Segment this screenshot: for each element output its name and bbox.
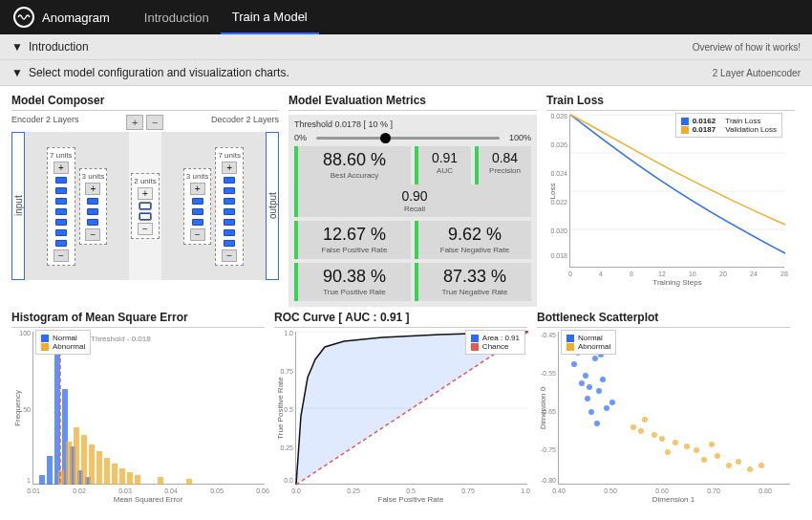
layer-add-unit-button[interactable]: + [85, 183, 100, 195]
slider-knob-icon[interactable] [380, 133, 391, 143]
svg-rect-25 [54, 341, 60, 485]
svg-text:Training Steps: Training Steps [652, 278, 701, 287]
slider-max: 100% [509, 133, 531, 142]
encoder-add-layer-button[interactable]: + [126, 115, 143, 130]
svg-text:Dimension 0: Dimension 0 [539, 386, 547, 429]
svg-text:0.60: 0.60 [655, 488, 669, 494]
svg-point-85 [652, 432, 657, 438]
accordion-model-config[interactable]: ▼Select model configuration and visualiz… [0, 60, 812, 86]
svg-text:100: 100 [19, 330, 31, 336]
decoder-layer-0: 3 units + − [183, 168, 212, 245]
svg-point-98 [709, 442, 715, 447]
svg-text:1.0: 1.0 [284, 330, 293, 336]
input-label: input [11, 132, 25, 280]
tab-introduction[interactable]: Introduction [133, 0, 221, 34]
scatter-legend: Normal Abnormal [561, 330, 616, 355]
layer-remove-unit-button[interactable]: − [53, 249, 69, 262]
svg-text:0.40: 0.40 [552, 488, 566, 494]
svg-text:0.026: 0.026 [550, 141, 567, 148]
svg-point-72 [596, 388, 602, 394]
scatter-chart: Bottleneck Scatterplot Normal Abnormal -… [537, 311, 790, 485]
svg-text:1: 1 [27, 477, 31, 484]
bottleneck-zone: 2 units + − [129, 132, 161, 280]
svg-text:0.06: 0.06 [256, 488, 269, 494]
svg-text:True Positive Rate: True Positive Rate [276, 377, 285, 440]
svg-point-90 [642, 417, 648, 422]
layer-remove-unit-button[interactable]: − [222, 249, 237, 262]
layer-add-unit-button[interactable]: + [222, 162, 237, 174]
histogram-chart: Histogram of Mean Square Error Normal Ab… [11, 311, 265, 485]
section-title: Model Composer [11, 94, 279, 111]
layer-remove-unit-button[interactable]: − [190, 228, 205, 241]
swatch-icon [41, 335, 49, 342]
svg-text:False Positive Rate: False Positive Rate [378, 495, 444, 504]
svg-point-77 [600, 377, 606, 382]
metric-auc: 0.91AUC [415, 146, 471, 184]
hist-legend: Normal Abnormal [35, 330, 91, 355]
roc-chart: ROC Curve [ AUC : 0.91 ] Area : 0.91 Cha… [274, 311, 527, 485]
caret-down-icon: ▼ [11, 66, 23, 79]
layer-remove-unit-button[interactable]: − [85, 228, 100, 241]
tab-train-model[interactable]: Train a Model [221, 0, 319, 34]
topbar: Anomagram Introduction Train a Model [0, 0, 812, 34]
svg-text:0.70: 0.70 [707, 488, 720, 494]
svg-rect-36 [104, 458, 110, 485]
layer-add-unit-button[interactable]: + [138, 187, 153, 200]
svg-text:0.04: 0.04 [164, 488, 178, 494]
svg-point-84 [630, 424, 636, 430]
slider-min: 0% [294, 133, 307, 142]
svg-rect-38 [119, 468, 125, 485]
svg-point-88 [715, 453, 720, 459]
svg-rect-30 [58, 470, 64, 485]
svg-text:0.0: 0.0 [284, 477, 293, 484]
section-title: Model Evaluation Metrics [288, 94, 537, 111]
svg-point-89 [736, 459, 741, 465]
svg-point-78 [588, 409, 594, 415]
svg-text:0.25: 0.25 [280, 444, 293, 451]
accordion-hint: 2 Layer Autoencoder [713, 68, 801, 78]
decoder-zone: 3 units + − 7 units + − [161, 132, 266, 280]
layer-remove-unit-button[interactable]: − [138, 223, 153, 235]
threshold-slider[interactable] [316, 137, 500, 140]
brand: Anomagram [13, 7, 110, 28]
svg-point-82 [594, 421, 600, 426]
svg-text:24: 24 [750, 271, 758, 277]
svg-text:0.75: 0.75 [280, 368, 293, 375]
svg-text:-0.55: -0.55 [541, 370, 556, 377]
svg-point-94 [726, 463, 732, 468]
metric-tnr: 87.33 %True Negative Rate [415, 263, 531, 301]
svg-point-92 [684, 444, 690, 449]
svg-text:Loss: Loss [548, 184, 557, 200]
swatch-icon [471, 343, 479, 351]
swatch-icon [681, 118, 689, 125]
svg-rect-40 [135, 475, 140, 485]
model-composer: Model Composer Encoder 2 Layers + − Deco… [11, 94, 279, 307]
svg-text:Frequency: Frequency [13, 390, 22, 426]
svg-point-86 [673, 440, 678, 445]
svg-text:0.0: 0.0 [291, 488, 301, 494]
encoder-label: Encoder 2 Layers [11, 115, 79, 130]
svg-text:1.0: 1.0 [521, 488, 530, 494]
roc-legend: Area : 0.91 Chance [465, 330, 525, 355]
layer-add-unit-button[interactable]: + [53, 162, 69, 174]
svg-text:0.05: 0.05 [210, 488, 224, 494]
brand-logo-icon [13, 7, 34, 28]
svg-text:0.5: 0.5 [284, 406, 293, 413]
svg-point-96 [638, 428, 644, 434]
svg-point-74 [579, 380, 585, 386]
encoder-remove-layer-button[interactable]: − [146, 115, 163, 130]
svg-text:50: 50 [23, 406, 31, 413]
svg-rect-33 [81, 435, 87, 485]
swatch-icon [566, 343, 574, 351]
swatch-icon [681, 126, 689, 134]
svg-text:-0.75: -0.75 [541, 446, 556, 453]
section-title: ROC Curve [ AUC : 0.91 ] [274, 311, 527, 328]
layer-add-unit-button[interactable]: + [190, 183, 205, 195]
roc-svg: 1.00.750.50.250.0 0.00.250.50.751.0 True… [296, 332, 528, 485]
accordion-introduction[interactable]: ▼Introduction Overview of how it works! [0, 34, 812, 60]
loss-legend: 0.0162 Train Loss 0.0187 Validation Loss [675, 113, 782, 138]
svg-rect-41 [158, 477, 163, 485]
decoder-layer-1: 7 units + − [215, 147, 244, 266]
svg-text:28: 28 [780, 271, 788, 277]
section-title: Histogram of Mean Square Error [11, 311, 265, 328]
